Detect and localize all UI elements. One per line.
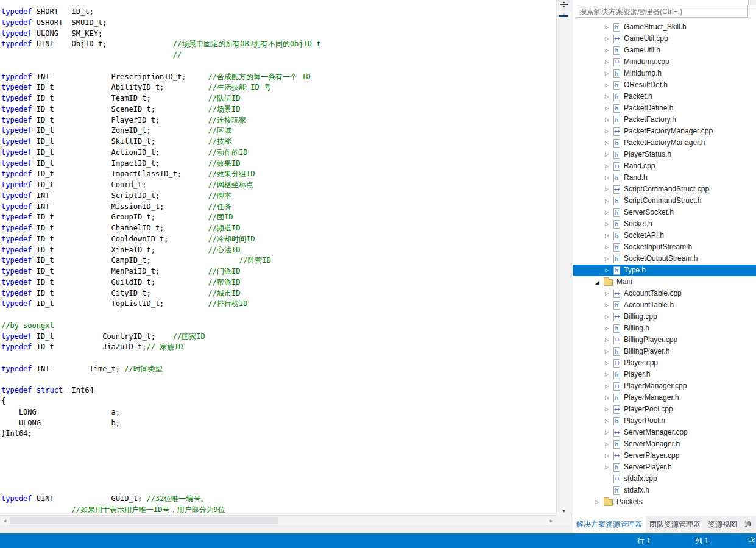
expand-arrow-icon[interactable]: ▷	[605, 71, 613, 76]
tree-item-label: ScriptCommandStruct.cpp	[624, 183, 709, 195]
tree-item-Billing.h[interactable]: ▷hBilling.h	[573, 322, 756, 334]
tree-item-Billing.cpp[interactable]: ▷++Billing.cpp	[573, 311, 756, 322]
code-line: typedef ID_t XinFaID_t; //心法ID	[1, 245, 556, 256]
tree-item-ServerManager.cpp[interactable]: ▷++ServerManager.cpp	[573, 427, 756, 438]
solution-explorer-search-input[interactable]	[576, 5, 748, 18]
expand-arrow-icon[interactable]: ▷	[605, 302, 613, 308]
tree-item-PlayerStatus.h[interactable]: ▷hPlayerStatus.h	[573, 149, 756, 160]
scroll-right-button[interactable]: ▸	[546, 516, 556, 525]
expand-arrow-icon[interactable]: ▷	[605, 256, 613, 262]
tree-item-stdafx.h[interactable]: hstdafx.h	[573, 485, 756, 496]
expand-arrow-icon[interactable]: ▷	[605, 59, 613, 65]
tree-item-Player.h[interactable]: ▷hPlayer.h	[573, 369, 756, 380]
expand-arrow-icon[interactable]: ▷	[605, 464, 613, 470]
tree-item-PlayerManager.cpp[interactable]: ▷++PlayerManager.cpp	[573, 380, 756, 392]
expand-arrow-icon[interactable]: ▷	[605, 244, 613, 250]
tree-item-ServerPlayer.cpp[interactable]: ▷++ServerPlayer.cpp	[573, 450, 756, 461]
tree-item-Minidump.cpp[interactable]: ▷++Minidump.cpp	[573, 56, 756, 68]
tree-item-ServerManager.h[interactable]: ▷hServerManager.h	[573, 438, 756, 450]
expand-arrow-icon[interactable]: ▷	[605, 117, 613, 123]
expand-arrow-icon[interactable]: ▷	[605, 407, 613, 412]
tree-item-SocketAPI.h[interactable]: ▷hSocketAPI.h	[573, 230, 756, 241]
scroll-down-button[interactable]: ▾	[557, 508, 571, 514]
expand-arrow-icon[interactable]: ▷	[605, 349, 613, 354]
expand-arrow-icon[interactable]: ▷	[605, 187, 613, 192]
expand-arrow-icon[interactable]: ▷	[605, 314, 613, 319]
expand-arrow-icon[interactable]: ▷	[605, 395, 613, 400]
tree-item-PlayerPool.cpp[interactable]: ▷++PlayerPool.cpp	[573, 404, 756, 415]
expand-arrow-icon[interactable]: ▷	[605, 163, 613, 169]
tree-item-SocketOutputStream.h[interactable]: ▷hSocketOutputStream.h	[573, 253, 756, 265]
expand-arrow-icon[interactable]: ▷	[605, 82, 613, 88]
expand-arrow-icon[interactable]: ▷	[605, 175, 613, 180]
expand-arrow-icon[interactable]: ▷	[605, 198, 613, 204]
tree-item-ServerSocket.h[interactable]: ▷hServerSocket.h	[573, 207, 756, 218]
scroll-left-button[interactable]: ◂	[0, 516, 10, 525]
editor-vertical-scrollbar[interactable]: ▴ ▾ ▴ ▾	[556, 0, 571, 515]
editor-horizontal-scrollbar[interactable]: ◂ ▸	[0, 515, 556, 525]
tree-item-ScriptCommandStruct.h[interactable]: ▷hScriptCommandStruct.h	[573, 195, 756, 207]
tree-item-Packet.h[interactable]: ▷hPacket.h	[573, 91, 756, 102]
tree-item-SocketInputStream.h[interactable]: ▷hSocketInputStream.h	[573, 241, 756, 253]
code-keyword: typedef	[1, 191, 32, 200]
tree-item-label: SocketAPI.h	[624, 230, 664, 241]
expand-arrow-icon[interactable]: ▷	[605, 36, 613, 41]
expand-arrow-icon[interactable]: ▷	[605, 360, 613, 366]
expand-arrow-icon[interactable]: ▷	[605, 268, 613, 273]
tree-item-Rand.h[interactable]: ▷hRand.h	[573, 172, 756, 183]
tree-item-PacketFactoryManager.cpp[interactable]: ▷++PacketFactoryManager.cpp	[573, 126, 756, 137]
collapse-arrow-icon[interactable]: ◢	[595, 279, 604, 285]
expand-arrow-icon[interactable]: ▷	[605, 441, 613, 447]
tree-item-ScriptCommandStruct.cpp[interactable]: ▷++ScriptCommandStruct.cpp	[573, 183, 756, 195]
tree-item-PlayerPool.h[interactable]: ▷hPlayerPool.h	[573, 415, 756, 427]
tree-item-PlayerManager.h[interactable]: ▷hPlayerManager.h	[573, 392, 756, 404]
tool-tab-1[interactable]: 解决方案资源管理器	[573, 516, 646, 533]
tree-item-Main[interactable]: ◢Main	[573, 276, 756, 288]
tree-item-ServerPlayer.h[interactable]: ▷hServerPlayer.h	[573, 461, 756, 473]
expand-arrow-icon[interactable]: ▷	[605, 453, 613, 458]
tree-item-Minidump.h[interactable]: ▷hMinidump.h	[573, 68, 756, 79]
tree-item-GameStruct_Skill.h[interactable]: ▷hGameStruct_Skill.h	[573, 21, 756, 33]
tree-item-PacketFactoryManager.h[interactable]: ▷hPacketFactoryManager.h	[573, 137, 756, 149]
tree-item-AccountTable.h[interactable]: ▷hAccountTable.h	[573, 299, 756, 311]
tree-item-Rand.cpp[interactable]: ▷++Rand.cpp	[573, 160, 756, 172]
expand-arrow-icon[interactable]: ▷	[605, 152, 613, 157]
expand-arrow-icon[interactable]: ▷	[605, 24, 613, 30]
expand-arrow-icon[interactable]: ▷	[605, 383, 613, 389]
tool-tab-4[interactable]: 通	[741, 516, 755, 533]
expand-arrow-icon[interactable]: ▷	[605, 105, 613, 111]
expand-arrow-icon[interactable]: ▷	[605, 430, 613, 435]
tree-item-AccountTable.cpp[interactable]: ▷++AccountTable.cpp	[573, 288, 756, 299]
expand-arrow-icon[interactable]: ▷	[605, 129, 613, 134]
expand-arrow-icon[interactable]: ▷	[605, 210, 613, 215]
tool-tab-2[interactable]: 团队资源管理器	[646, 516, 704, 533]
expand-arrow-icon[interactable]: ▷	[605, 418, 613, 424]
tree-item-Packets[interactable]: ▷Packets	[573, 496, 756, 508]
expand-arrow-icon[interactable]: ▷	[605, 337, 613, 343]
tree-item-stdafx.cpp[interactable]: ++stdafx.cpp	[573, 473, 756, 485]
tree-item-BillingPlayer.cpp[interactable]: ▷++BillingPlayer.cpp	[573, 334, 756, 346]
tool-tab-3[interactable]: 资源视图	[704, 516, 741, 533]
expand-arrow-icon[interactable]: ▷	[605, 291, 613, 296]
expand-arrow-icon[interactable]: ▷	[595, 499, 604, 505]
expand-arrow-icon[interactable]: ▷	[605, 48, 613, 53]
tree-item-Socket.h[interactable]: ▷hSocket.h	[573, 218, 756, 230]
code-editor[interactable]: typedef SHORT ID_t;typedef USHORT SMUID_…	[0, 0, 556, 515]
tree-item-OResultDef.h[interactable]: ▷hOResultDef.h	[573, 79, 756, 91]
code-comment: //团ID	[208, 213, 233, 221]
tree-item-Type.h[interactable]: ▷hType.h	[573, 265, 756, 276]
expand-arrow-icon[interactable]: ▷	[605, 221, 613, 227]
horizontal-scroll-thumb[interactable]	[10, 517, 278, 524]
tree-item-Player.cpp[interactable]: ▷++Player.cpp	[573, 357, 756, 369]
expand-arrow-icon[interactable]: ▷	[605, 372, 613, 377]
expand-arrow-icon[interactable]: ▷	[605, 94, 613, 99]
tree-item-PacketFactory.h[interactable]: ▷hPacketFactory.h	[573, 114, 756, 126]
tree-item-PacketDefine.h[interactable]: ▷hPacketDefine.h	[573, 102, 756, 114]
expand-arrow-icon[interactable]: ▷	[605, 233, 613, 238]
tree-item-BillingPlayer.h[interactable]: ▷hBillingPlayer.h	[573, 346, 756, 357]
expand-arrow-icon[interactable]: ▷	[605, 140, 613, 146]
split-editor-handle[interactable]: ▴ ▾	[557, 0, 571, 10]
tree-item-GameUtil.cpp[interactable]: ▷++GameUtil.cpp	[573, 33, 756, 44]
expand-arrow-icon[interactable]: ▷	[605, 326, 613, 331]
tree-item-GameUtil.h[interactable]: ▷hGameUtil.h	[573, 44, 756, 56]
